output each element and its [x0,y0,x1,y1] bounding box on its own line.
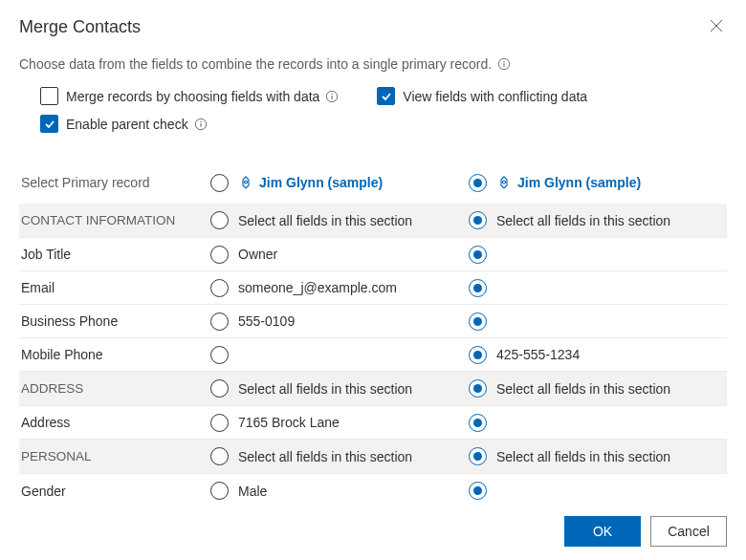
section-contact-information: CONTACT INFORMATION Select all fields in… [19,204,727,238]
enable-parent-option[interactable]: Enable parent check [40,115,208,133]
field-left-radio[interactable] [210,246,229,264]
view-conflicts-option[interactable]: View fields with conflicting data [377,87,587,105]
svg-rect-5 [332,96,333,99]
view-conflicts-checkbox[interactable] [377,87,395,105]
field-left-radio[interactable] [210,414,229,432]
field-left-radio[interactable] [210,346,229,364]
svg-rect-2 [504,63,505,67]
field-right-radio[interactable] [469,414,487,432]
primary-record-left-radio[interactable] [210,174,229,192]
contact-icon [238,175,253,190]
options-row-1: Merge records by choosing fields with da… [19,87,727,105]
cancel-button[interactable]: Cancel [650,516,727,547]
field-row-email: Email someone_j@example.com [19,271,727,305]
dialog-subtitle: Choose data from the fields to combine t… [19,56,727,72]
field-row-address: Address 7165 Brock Lane [19,406,727,440]
field-left-value: 7165 Brock Lane [238,415,340,430]
dialog-footer: OK Cancel [19,503,727,560]
svg-point-1 [503,61,504,62]
field-right-radio[interactable] [469,246,487,264]
field-label: Mobile Phone [19,347,210,362]
svg-point-4 [332,93,333,94]
contact-icon [496,175,512,190]
info-icon [194,118,208,131]
section-personal: PERSONAL Select all fields in this secti… [19,440,727,474]
merge-by-fields-option[interactable]: Merge records by choosing fields with da… [40,87,339,105]
field-right-radio[interactable] [469,482,487,500]
field-left-radio[interactable] [210,482,229,500]
field-right-radio[interactable] [469,346,487,364]
info-icon [325,90,339,103]
field-row-mobile-phone: Mobile Phone 425-555-1234 [19,338,727,372]
field-row-job-title: Job Title Owner [19,238,727,271]
dialog-header: Merge Contacts [19,15,727,39]
dialog-title: Merge Contacts [19,17,141,37]
section-select-all-left-radio[interactable] [210,379,229,398]
svg-rect-8 [200,123,201,127]
field-label: Business Phone [19,313,210,329]
section-heading: PERSONAL [19,449,210,463]
field-left-value: Male [238,484,267,499]
field-right-radio[interactable] [469,312,487,331]
close-button[interactable] [706,15,727,39]
field-row-gender: Gender Male [19,474,727,503]
section-select-all-right-radio[interactable] [469,379,487,398]
primary-record-row: Select Primary record Jim Glynn (sample)… [19,162,727,204]
section-heading: CONTACT INFORMATION [19,213,210,227]
section-select-all-right-label: Select all fields in this section [496,213,670,228]
field-left-value: Owner [238,247,277,262]
merge-contacts-dialog: Merge Contacts Choose data from the fiel… [0,0,746,560]
section-heading: ADDRESS [19,381,210,396]
close-icon [710,19,723,32]
field-right-value: 425-555-1234 [496,347,580,362]
merge-by-fields-label: Merge records by choosing fields with da… [66,89,319,104]
section-select-all-left-label: Select all fields in this section [238,381,412,397]
fields-table: Select Primary record Jim Glynn (sample)… [19,162,727,503]
field-row-business-phone: Business Phone 555-0109 [19,305,727,338]
field-label: Gender [19,484,210,499]
field-label: Address [19,415,210,430]
section-select-all-left-radio[interactable] [210,211,229,229]
contact-link-right[interactable]: Jim Glynn (sample) [496,175,641,190]
enable-parent-label: Enable parent check [66,117,188,132]
contact-name-right: Jim Glynn (sample) [517,175,641,190]
primary-record-right-radio[interactable] [469,174,487,192]
section-select-all-right-label: Select all fields in this section [496,381,670,397]
svg-point-7 [200,120,201,121]
section-select-all-right-label: Select all fields in this section [496,449,670,464]
field-left-radio[interactable] [210,279,229,297]
view-conflicts-label: View fields with conflicting data [403,89,587,104]
info-icon [497,57,511,71]
field-left-radio[interactable] [210,312,229,331]
section-select-all-left-label: Select all fields in this section [238,213,412,228]
section-address: ADDRESS Select all fields in this sectio… [19,372,727,406]
ok-button[interactable]: OK [564,516,641,547]
merge-by-fields-checkbox[interactable] [40,87,58,105]
section-select-all-right-radio[interactable] [469,211,487,229]
section-select-all-left-radio[interactable] [210,447,229,465]
field-label: Email [19,280,210,295]
field-label: Job Title [19,247,210,262]
field-left-value: 555-0109 [238,313,295,329]
enable-parent-checkbox[interactable] [40,115,58,133]
field-right-radio[interactable] [469,279,487,297]
contact-name-left: Jim Glynn (sample) [259,175,383,190]
fields-scroll-area[interactable]: Select Primary record Jim Glynn (sample)… [19,142,736,503]
section-select-all-left-label: Select all fields in this section [238,449,412,464]
options-row-2: Enable parent check [19,115,727,133]
field-left-value: someone_j@example.com [238,280,397,295]
section-select-all-right-radio[interactable] [469,447,487,465]
contact-link-left[interactable]: Jim Glynn (sample) [238,175,383,190]
subtitle-text: Choose data from the fields to combine t… [19,56,492,72]
select-primary-label: Select Primary record [19,175,210,190]
